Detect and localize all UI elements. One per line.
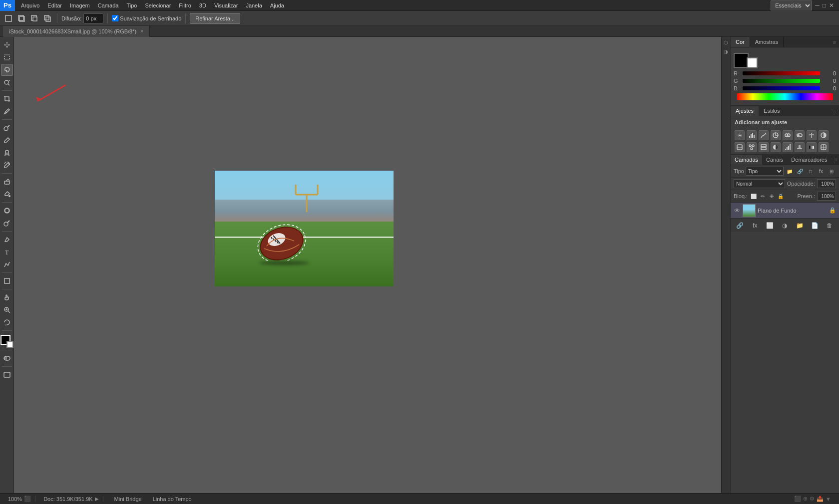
zoom-quick-set[interactable]: ⬛	[24, 496, 31, 502]
smooth-checkbox[interactable]	[112, 15, 118, 21]
adjust-photo-filter[interactable]	[735, 142, 745, 152]
menu-filtro[interactable]: Filtro	[175, 1, 195, 9]
window-maximize[interactable]: □	[823, 2, 826, 9]
menu-imagem[interactable]: Imagem	[66, 1, 94, 9]
marquee-tool[interactable]	[1, 51, 13, 63]
adjust-brightness[interactable]: ☀	[735, 130, 745, 140]
tab-amostras[interactable]: Amostras	[750, 37, 784, 47]
hand-tool[interactable]	[1, 291, 13, 303]
share-icon[interactable]: 📤	[817, 496, 824, 502]
menu-camada[interactable]: Camada	[94, 1, 123, 9]
tab-ajustes[interactable]: Ajustes	[731, 106, 759, 116]
doc-info-expand[interactable]: ▶	[95, 496, 99, 502]
b-slider[interactable]	[743, 86, 820, 90]
collapse-icon[interactable]: ▼	[826, 496, 831, 502]
adjust-bw[interactable]	[819, 130, 829, 140]
lasso-option-intersect[interactable]	[42, 13, 53, 24]
lasso-option-subtract[interactable]	[29, 13, 40, 24]
tab-cor[interactable]: Cor	[731, 37, 750, 47]
screen-mode-tool[interactable]	[1, 369, 13, 381]
link-layers[interactable]: 🔗	[736, 221, 745, 230]
refine-button[interactable]: Refinar Aresta...	[190, 13, 240, 24]
layers-chevron[interactable]: ≡	[831, 155, 839, 165]
lasso-tool[interactable]	[1, 64, 13, 76]
tab-canais[interactable]: Canais	[762, 155, 787, 165]
brush-tool[interactable]	[1, 134, 13, 146]
menu-tipo[interactable]: Tipo	[122, 1, 141, 9]
blur-tool[interactable]	[1, 205, 13, 217]
adjust-hue-sat[interactable]	[795, 130, 805, 140]
healing-tool[interactable]	[1, 122, 13, 134]
adjust-gradient-map[interactable]	[807, 142, 817, 152]
color-panel-gear[interactable]: ≡	[830, 37, 839, 47]
adjust-invert[interactable]	[771, 142, 781, 152]
adjust-posterize[interactable]	[783, 142, 793, 152]
mini-bridge-tab[interactable]: Mini Bridge	[109, 495, 147, 504]
zoom-tool[interactable]	[1, 304, 13, 316]
zoom-icon[interactable]: ⊕	[803, 496, 808, 502]
expand-icon[interactable]: ⬛	[794, 496, 801, 502]
r-slider[interactable]	[743, 71, 820, 75]
shape-tool[interactable]	[1, 275, 13, 287]
path-tool[interactable]	[1, 258, 13, 270]
adjust-selective-color[interactable]	[819, 142, 829, 152]
clone-tool[interactable]	[1, 147, 13, 159]
crop-tool[interactable]	[1, 93, 13, 105]
settings-icon[interactable]: ⚙	[810, 496, 815, 502]
adjust-threshold[interactable]	[795, 142, 805, 152]
eyedropper-tool[interactable]	[1, 105, 13, 117]
pen-tool[interactable]	[1, 234, 13, 246]
add-layer-style[interactable]: fx	[751, 221, 760, 230]
menu-selecionar[interactable]: Selecionar	[141, 1, 175, 9]
adjust-exposure[interactable]	[771, 130, 781, 140]
tab-demarcadores[interactable]: Demarcadores	[787, 155, 831, 165]
adjust-curves[interactable]	[759, 130, 769, 140]
blend-mode-select[interactable]: Normal	[734, 179, 785, 188]
tab-close[interactable]: ×	[140, 28, 143, 34]
window-minimize[interactable]: ─	[815, 2, 820, 9]
bg-color-swatch[interactable]	[747, 57, 758, 68]
adjust-color-balance[interactable]	[807, 130, 817, 140]
color-gradient-bar[interactable]	[737, 93, 833, 100]
new-group[interactable]: 📁	[795, 221, 804, 230]
text-tool[interactable]: T	[1, 246, 13, 258]
document-tab[interactable]: iStock_000014026683XSmall.jpg @ 100% (RG…	[3, 26, 150, 37]
layer-link[interactable]: 🔗	[796, 167, 805, 176]
adjust-channel-mixer[interactable]	[747, 142, 757, 152]
smooth-label[interactable]: Suavização de Serrihado	[112, 15, 181, 21]
history-tool[interactable]	[1, 159, 13, 171]
adjust-panel-gear[interactable]: ≡	[830, 106, 839, 116]
paint-bucket-tool[interactable]	[1, 188, 13, 200]
menu-janela[interactable]: Janela	[242, 1, 266, 9]
layer-visibility[interactable]: 👁	[734, 207, 741, 214]
adjust-color-lookup[interactable]	[759, 142, 769, 152]
fill-input[interactable]	[817, 192, 836, 201]
move-tool[interactable]	[1, 39, 13, 51]
background-color[interactable]	[6, 341, 13, 348]
toggle-adjust-panel[interactable]: ◑	[723, 48, 730, 55]
canvas-area[interactable]	[14, 37, 730, 493]
layer-fx[interactable]: fx	[817, 167, 826, 176]
lock-pixels[interactable]: ✏	[759, 192, 767, 200]
window-close[interactable]: ✕	[829, 2, 834, 9]
tab-estilos[interactable]: Estilos	[759, 106, 785, 116]
diffuse-input[interactable]	[83, 13, 103, 23]
dodge-tool[interactable]	[1, 217, 13, 229]
quick-mask-tool[interactable]	[1, 352, 13, 364]
delete-layer[interactable]: 🗑	[825, 221, 834, 230]
toggle-color-panel[interactable]: ⬡	[723, 39, 730, 46]
adjust-levels[interactable]	[747, 130, 757, 140]
opacity-input[interactable]	[817, 179, 836, 188]
menu-editar[interactable]: Editar	[43, 1, 66, 9]
menu-visualizar[interactable]: Visualizar	[210, 1, 242, 9]
workspace-select[interactable]: Essenciais	[771, 0, 812, 10]
layer-copy[interactable]: ⊞	[827, 167, 836, 176]
add-layer-mask[interactable]: ⬜	[766, 221, 775, 230]
lasso-option-add[interactable]	[16, 13, 27, 24]
menu-ajuda[interactable]: Ajuda	[266, 1, 288, 9]
new-layer[interactable]: 📄	[810, 221, 819, 230]
new-fill-adjust[interactable]: ◑	[780, 221, 789, 230]
tipo-select[interactable]: Tipo	[746, 167, 784, 176]
menu-arquivo[interactable]: Arquivo	[17, 1, 43, 9]
lock-transparent[interactable]: ⬜	[750, 192, 758, 200]
